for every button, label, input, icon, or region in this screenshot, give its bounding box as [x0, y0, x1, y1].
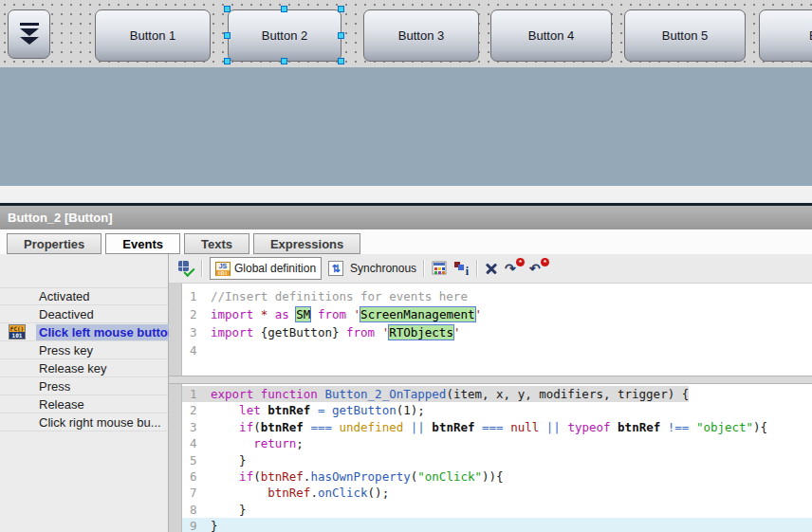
screen-button[interactable]: Button 5	[624, 9, 746, 62]
script-toolbar: JSIOI Global definition ⇅ Synchronous	[169, 254, 812, 284]
code-line[interactable]: 2 let btnRef = getButton(1);	[182, 402, 812, 418]
code-line[interactable]: 7 btnRef.onClick();	[182, 485, 812, 501]
editor-background	[0, 186, 812, 203]
code-line[interactable]: 1//Insert definitions for events here	[182, 287, 812, 305]
screen-button[interactable]: Button 3	[363, 9, 479, 62]
selection-handle[interactable]	[281, 6, 287, 12]
selection-handle[interactable]	[281, 58, 287, 64]
screen-canvas[interactable]	[0, 67, 812, 186]
screen-button-label: Button 4	[528, 28, 574, 43]
line-number: 3	[182, 323, 211, 341]
event-list-label: Deactived	[36, 306, 97, 322]
screen-button-label: Button 3	[398, 28, 444, 43]
hmi-editor-window: Button 1Button 2Button 3Button 4Button 5…	[0, 0, 812, 532]
selection-handle[interactable]	[338, 6, 344, 12]
inspector-titlebar: Button_2 [Button]	[0, 203, 812, 229]
global-definition-label: Global definition	[234, 262, 316, 275]
function-icon: FC()101	[9, 324, 26, 339]
snippet-grid-icon[interactable]	[432, 261, 448, 276]
event-list-label: Press	[36, 378, 73, 394]
line-number: 4	[182, 341, 211, 359]
selection-handle[interactable]	[224, 32, 231, 39]
editor-gutter	[169, 384, 182, 532]
line-number: 8	[182, 502, 211, 518]
inspector-body: ActivatedDeactivedFC()101Click left mous…	[0, 254, 812, 532]
code-text: return;	[211, 435, 304, 451]
tab-texts[interactable]: Texts	[184, 233, 249, 254]
code-text: import {getButton} from 'RTObjects'	[211, 323, 460, 341]
tab-events[interactable]: Events	[105, 233, 180, 254]
line-number: 1	[182, 386, 211, 402]
global-definition-button[interactable]: JSIOI Global definition	[210, 257, 322, 280]
delete-icon[interactable]	[485, 262, 498, 275]
event-script-editor[interactable]: 1export function Button_2_OnTapped(item,…	[169, 384, 812, 532]
synchronous-icon[interactable]: ⇅	[328, 261, 343, 276]
event-list-item[interactable]: Press key	[0, 341, 168, 359]
code-line[interactable]: 1export function Button_2_OnTapped(item,…	[182, 386, 812, 402]
line-number: 4	[182, 435, 211, 451]
javascript-icon: JSIOI	[215, 262, 231, 276]
screen-button-label: Button 1	[130, 28, 175, 43]
object-info-icon[interactable]: i	[454, 261, 470, 277]
selection-handle[interactable]	[224, 6, 231, 12]
event-list-item[interactable]: Release key	[0, 359, 168, 377]
collapse-button[interactable]	[8, 9, 50, 59]
event-list-item[interactable]: FC()101Click left mouse button	[0, 323, 168, 341]
event-list-item[interactable]: Release	[0, 395, 168, 413]
validate-script-icon[interactable]	[177, 260, 194, 277]
event-list-label: Click right mouse bu...	[36, 414, 164, 431]
synchronous-label: Synchronous	[350, 262, 416, 275]
global-definition-editor[interactable]: 1//Insert definitions for events here2im…	[169, 284, 812, 376]
tab-expressions[interactable]: Expressions	[253, 233, 360, 254]
screen-button-label: Button 5	[662, 28, 708, 43]
code-text: btnRef.onClick();	[211, 485, 389, 501]
undo-error-icon[interactable]: ↶*	[529, 261, 547, 277]
event-list-label: Press key	[36, 342, 96, 358]
script-area: JSIOI Global definition ⇅ Synchronous	[169, 254, 812, 532]
code-line[interactable]: 9}	[182, 518, 812, 532]
editor-splitter[interactable]	[169, 376, 812, 384]
line-number: 1	[182, 287, 211, 305]
line-number: 2	[182, 402, 211, 418]
screen-button-label: Button 2	[262, 28, 307, 43]
code-line[interactable]: 4	[182, 341, 812, 359]
code-line[interactable]: 3 if(btnRef === undefined || btnRef === …	[182, 419, 812, 435]
event-list-item[interactable]: Activated	[0, 287, 168, 305]
code-text: export function Button_2_OnTapped(item, …	[211, 386, 689, 402]
screen-button[interactable]: Button 1	[95, 9, 211, 62]
line-number: 3	[182, 419, 211, 435]
line-number: 6	[182, 468, 211, 485]
event-list-item[interactable]: Click right mouse bu...	[0, 413, 168, 431]
screen-button[interactable]: Button 2	[228, 9, 341, 62]
code-line[interactable]: 8 }	[182, 502, 812, 518]
selection-handle[interactable]	[224, 58, 231, 64]
code-line[interactable]: 4 return;	[182, 435, 812, 451]
event-list-item[interactable]: Deactived	[0, 305, 168, 323]
screen-button-strip: Button 1Button 2Button 3Button 4Button 5…	[0, 0, 812, 67]
code-text: }	[211, 518, 218, 532]
selection-handle[interactable]	[338, 58, 344, 64]
toolbar-separator	[201, 260, 203, 277]
code-line[interactable]: 3import {getButton} from 'RTObjects'	[182, 323, 812, 341]
event-list-item[interactable]: Press	[0, 377, 168, 395]
toolbar-separator	[476, 260, 478, 277]
screen-button[interactable]: Button 4	[490, 9, 612, 62]
code-text: let btnRef = getButton(1);	[211, 402, 425, 418]
code-text: }	[211, 502, 247, 518]
event-list-label: Click left mouse button	[36, 324, 178, 340]
screen-button[interactable]: Bu	[759, 9, 812, 62]
line-number: 5	[182, 452, 211, 468]
event-list-label: Release	[36, 396, 87, 413]
toolbar-separator	[423, 260, 425, 277]
code-line[interactable]: 2import * as SM from 'ScreenManagement'	[182, 305, 812, 323]
code-text: if(btnRef.hasOwnProperty("onClick")){	[211, 468, 504, 485]
redo-error-icon[interactable]: ↷*	[505, 261, 523, 277]
line-number: 9	[182, 518, 211, 532]
code-line[interactable]: 6 if(btnRef.hasOwnProperty("onClick")){	[182, 468, 812, 485]
selection-handle[interactable]	[338, 32, 344, 39]
double-chevron-down-icon	[20, 23, 39, 26]
tab-properties[interactable]: Properties	[7, 233, 102, 254]
code-line[interactable]: 5 }	[182, 452, 812, 468]
code-text: import * as SM from 'ScreenManagement'	[211, 305, 482, 323]
editor-gutter	[169, 284, 182, 376]
